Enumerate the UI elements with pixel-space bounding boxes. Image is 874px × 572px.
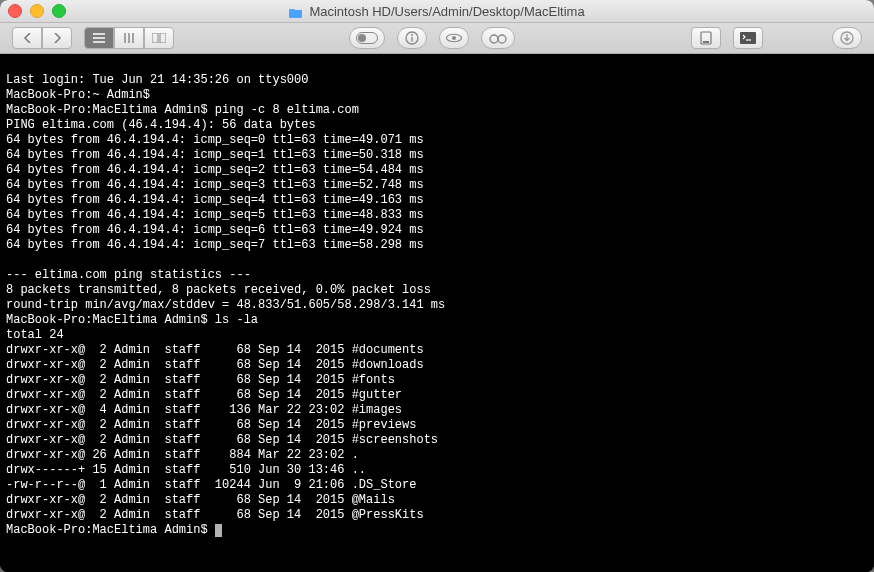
terminal-line: 64 bytes from 46.4.194.4: icmp_seq=1 ttl… <box>6 148 424 162</box>
terminal-output[interactable]: Last login: Tue Jun 21 14:35:26 on ttys0… <box>0 54 874 572</box>
download-button[interactable] <box>832 27 862 49</box>
terminal-line <box>6 253 13 267</box>
columns-icon <box>123 33 135 43</box>
terminal-line: drwxr-xr-x@ 2 Admin staff 68 Sep 14 2015… <box>6 508 424 522</box>
terminal-line: MacBook-Pro:MacEltima Admin$ ls -la <box>6 313 258 327</box>
view-list-button[interactable] <box>84 27 114 49</box>
info-button[interactable] <box>397 27 427 49</box>
terminal-line: PING eltima.com (46.4.194.4): 56 data by… <box>6 118 316 132</box>
terminal-line: drwxr-xr-x@ 2 Admin staff 68 Sep 14 2015… <box>6 418 416 432</box>
app-window: Macintosh HD/Users/Admin/Desktop/MacElti… <box>0 0 874 572</box>
terminal-line: drwxr-xr-x@ 2 Admin staff 68 Sep 14 2015… <box>6 358 424 372</box>
chevron-right-icon <box>54 33 61 43</box>
svg-rect-0 <box>152 33 158 43</box>
toolbar <box>0 23 874 54</box>
terminal-button[interactable] <box>733 27 763 49</box>
nav-group <box>12 27 72 49</box>
svg-point-8 <box>490 35 498 43</box>
terminal-line: MacBook-Pro:~ Admin$ <box>6 88 150 102</box>
list-icon <box>93 33 105 43</box>
terminal-line: drwxr-xr-x@ 2 Admin staff 68 Sep 14 2015… <box>6 388 402 402</box>
toggle-button[interactable] <box>349 27 385 49</box>
terminal-line: --- eltima.com ping statistics --- <box>6 268 251 282</box>
chevron-left-icon <box>24 33 31 43</box>
toggle-icon <box>356 32 378 44</box>
cursor-icon <box>215 524 222 537</box>
terminal-icon <box>740 32 756 44</box>
back-button[interactable] <box>12 27 42 49</box>
dual-pane-icon <box>152 33 166 43</box>
binoculars-icon <box>489 32 507 44</box>
svg-point-7 <box>452 36 456 40</box>
search-button[interactable] <box>481 27 515 49</box>
terminal-line: drwxr-xr-x@ 2 Admin staff 68 Sep 14 2015… <box>6 433 438 447</box>
minimize-button[interactable] <box>30 4 44 18</box>
svg-rect-6 <box>412 37 413 42</box>
terminal-line: 8 packets transmitted, 8 packets receive… <box>6 283 431 297</box>
terminal-line: MacBook-Pro:MacEltima Admin$ ping -c 8 e… <box>6 103 359 117</box>
terminal-line: drwxr-xr-x@ 4 Admin staff 136 Mar 22 23:… <box>6 403 402 417</box>
svg-point-5 <box>411 34 413 36</box>
drive-icon <box>700 31 712 45</box>
terminal-line: 64 bytes from 46.4.194.4: icmp_seq=3 ttl… <box>6 178 424 192</box>
terminal-line: round-trip min/avg/max/stddev = 48.833/5… <box>6 298 445 312</box>
terminal-line: drwx------+ 15 Admin staff 510 Jun 30 13… <box>6 463 366 477</box>
svg-point-3 <box>358 34 366 42</box>
terminal-line: 64 bytes from 46.4.194.4: icmp_seq=0 ttl… <box>6 133 424 147</box>
download-icon <box>840 31 854 45</box>
terminal-line: drwxr-xr-x@ 2 Admin staff 68 Sep 14 2015… <box>6 493 395 507</box>
forward-button[interactable] <box>42 27 72 49</box>
svg-rect-11 <box>703 41 709 43</box>
traffic-lights <box>8 4 66 18</box>
titlebar: Macintosh HD/Users/Admin/Desktop/MacElti… <box>0 0 874 23</box>
svg-rect-1 <box>160 33 166 43</box>
window-title-text: Macintosh HD/Users/Admin/Desktop/MacElti… <box>309 4 584 19</box>
terminal-line: drwxr-xr-x@ 2 Admin staff 68 Sep 14 2015… <box>6 343 424 357</box>
info-icon <box>405 31 419 45</box>
svg-point-9 <box>498 35 506 43</box>
zoom-button[interactable] <box>52 4 66 18</box>
terminal-line: 64 bytes from 46.4.194.4: icmp_seq=4 ttl… <box>6 193 424 207</box>
preview-button[interactable] <box>439 27 469 49</box>
drive-button[interactable] <box>691 27 721 49</box>
terminal-line: 64 bytes from 46.4.194.4: icmp_seq=6 ttl… <box>6 223 424 237</box>
folder-icon <box>289 6 303 17</box>
close-button[interactable] <box>8 4 22 18</box>
terminal-line: drwxr-xr-x@ 26 Admin staff 884 Mar 22 23… <box>6 448 359 462</box>
terminal-line: Last login: Tue Jun 21 14:35:26 on ttys0… <box>6 73 308 87</box>
terminal-prompt: MacBook-Pro:MacEltima Admin$ <box>6 523 222 537</box>
terminal-line: total 24 <box>6 328 64 342</box>
terminal-line: 64 bytes from 46.4.194.4: icmp_seq=5 ttl… <box>6 208 424 222</box>
view-columns-button[interactable] <box>114 27 144 49</box>
terminal-line: 64 bytes from 46.4.194.4: icmp_seq=2 ttl… <box>6 163 424 177</box>
view-dual-button[interactable] <box>144 27 174 49</box>
eye-icon <box>446 33 462 43</box>
terminal-line: 64 bytes from 46.4.194.4: icmp_seq=7 ttl… <box>6 238 424 252</box>
window-title: Macintosh HD/Users/Admin/Desktop/MacElti… <box>0 4 874 19</box>
view-mode-group <box>84 27 174 49</box>
svg-rect-12 <box>740 32 756 44</box>
terminal-line: drwxr-xr-x@ 2 Admin staff 68 Sep 14 2015… <box>6 373 395 387</box>
terminal-line: -rw-r--r--@ 1 Admin staff 10244 Jun 9 21… <box>6 478 416 492</box>
